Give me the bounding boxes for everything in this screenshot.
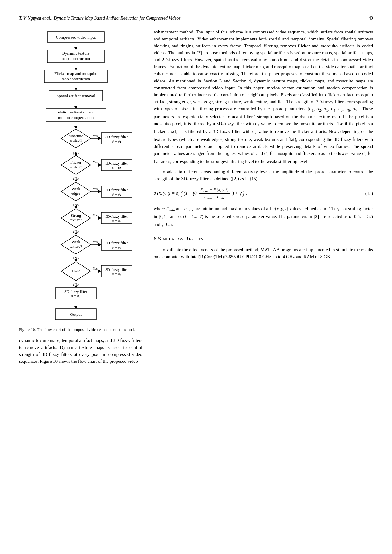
svg-marker-8 <box>74 68 77 70</box>
svg-text:Flicker map and mosquito: Flicker map and mosquito <box>54 71 97 76</box>
flowchart: Compressed video input Dynamic texture m… <box>21 28 141 324</box>
svg-text:Flicker: Flicker <box>70 160 81 165</box>
svg-text:map construction: map construction <box>62 76 90 81</box>
svg-text:texture?: texture? <box>70 218 82 222</box>
svg-text:Yes: Yes <box>93 134 98 137</box>
svg-text:3D-fuzzy filter: 3D-fuzzy filter <box>105 267 128 272</box>
svg-text:σ = σ₄: σ = σ₄ <box>112 219 122 223</box>
svg-text:↓No: ↓No <box>73 256 79 260</box>
svg-text:Weak: Weak <box>71 240 80 244</box>
equation-block: σ (x, y, t) = σi ( (1 − γ) Fmax − F (x, … <box>154 186 373 201</box>
svg-text:Yes: Yes <box>93 213 98 217</box>
svg-text:σ = σ₆: σ = σ₆ <box>112 272 122 276</box>
svg-text:3D-fuzzy filter: 3D-fuzzy filter <box>105 241 128 245</box>
svg-marker-3 <box>74 47 77 50</box>
left-column: Compressed video input Dynamic texture m… <box>19 28 142 539</box>
svg-text:Dynamic texture: Dynamic texture <box>62 51 90 56</box>
equation-content: σ (x, y, t) = σi ( (1 − γ) Fmax − F (x, … <box>154 186 357 201</box>
svg-marker-51 <box>98 190 101 193</box>
bottom-text-left: dynamic texture maps, temporal artifact … <box>19 337 142 365</box>
header-left: T. V. Nguyen et al.: Dynamic Texture Map… <box>19 15 181 21</box>
svg-text:3D-fuzzy filter: 3D-fuzzy filter <box>64 289 87 294</box>
section-6-heading: 6 Simulation Results <box>154 235 373 243</box>
svg-text:σ = σ₇: σ = σ₇ <box>71 294 81 298</box>
svg-text:↓No: ↓No <box>73 203 79 207</box>
svg-text:Flat?: Flat? <box>72 269 80 273</box>
equation-formula: σ (x, y, t) = σi ( (1 − γ) Fmax − F (x, … <box>154 191 247 196</box>
page-header: T. V. Nguyen et al.: Dynamic Texture Map… <box>19 15 373 21</box>
figure-caption: Figure 10. The flow chart of the propose… <box>19 327 142 332</box>
right-paragraph-2: To adapt to different areas having diffe… <box>154 168 373 182</box>
svg-text:Weak: Weak <box>71 187 80 191</box>
svg-text:Output: Output <box>70 312 82 317</box>
svg-text:Motion estimation and: Motion estimation and <box>57 110 95 114</box>
svg-text:Yes: Yes <box>93 266 98 270</box>
svg-marker-86 <box>98 270 101 273</box>
svg-marker-13 <box>74 88 77 90</box>
svg-text:Strong: Strong <box>71 213 81 218</box>
svg-marker-22 <box>74 126 77 129</box>
section-6-paragraph: To validate the effectiveness of the pro… <box>154 246 373 260</box>
svg-text:Yes: Yes <box>93 160 98 164</box>
main-content: Compressed video input Dynamic texture m… <box>19 28 373 539</box>
right-column: enhancement method. The input of this sc… <box>154 28 373 539</box>
svg-text:3D-fuzzy filter: 3D-fuzzy filter <box>105 135 128 139</box>
svg-marker-27 <box>98 137 101 140</box>
svg-text:Yes: Yes <box>93 187 98 191</box>
svg-marker-17 <box>74 106 77 109</box>
svg-text:map construction: map construction <box>62 56 90 61</box>
svg-text:3D-fuzzy filter: 3D-fuzzy filter <box>105 188 128 192</box>
right-paragraph-1: enhancement method. The input of this sc… <box>154 28 373 165</box>
svg-text:↓No: ↓No <box>73 229 79 233</box>
svg-text:3D-fuzzy filter: 3D-fuzzy filter <box>105 214 128 219</box>
svg-text:3D-fuzzy filter: 3D-fuzzy filter <box>105 161 128 166</box>
svg-text:artifact?: artifact? <box>70 165 82 169</box>
svg-text:σ = σ₃: σ = σ₃ <box>112 192 122 197</box>
svg-text:σ = σ₂: σ = σ₂ <box>112 166 122 170</box>
equation-number: (15) <box>357 190 373 197</box>
svg-text:Compressed video input: Compressed video input <box>56 35 96 40</box>
svg-text:Mosquito: Mosquito <box>69 134 83 138</box>
svg-text:motion compensation: motion compensation <box>58 115 94 120</box>
right-paragraph-3: where Fmin and Fmax are minimum and maxi… <box>154 205 373 228</box>
svg-marker-63 <box>98 216 101 220</box>
svg-marker-75 <box>98 243 101 246</box>
svg-text:σ = σ₁: σ = σ₁ <box>112 139 122 143</box>
svg-text:artifact?: artifact? <box>70 138 82 143</box>
right-body-text: enhancement method. The input of this sc… <box>154 28 373 263</box>
svg-text:edge?: edge? <box>71 191 80 196</box>
svg-marker-103 <box>74 306 77 309</box>
svg-text:Spatial artifact removal: Spatial artifact removal <box>57 94 95 98</box>
svg-text:↓No: ↓No <box>73 176 79 180</box>
svg-text:σ = σ₅: σ = σ₅ <box>112 245 122 250</box>
page-number: 49 <box>369 15 373 21</box>
svg-marker-39 <box>98 163 101 167</box>
svg-text:Yes: Yes <box>93 240 98 244</box>
svg-text:texture?: texture? <box>70 244 82 249</box>
page: T. V. Nguyen et al.: Dynamic Texture Map… <box>0 0 392 554</box>
bottom-paragraph: dynamic texture maps, temporal artifact … <box>19 337 142 365</box>
svg-text:↓No: ↓No <box>73 283 79 286</box>
